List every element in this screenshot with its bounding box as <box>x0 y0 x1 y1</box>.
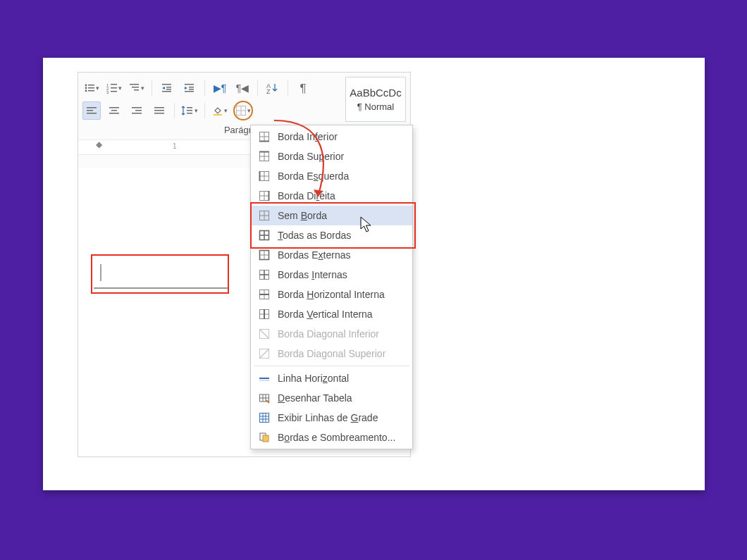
align-center-icon <box>109 105 120 116</box>
svg-rect-18 <box>162 91 171 92</box>
multilevel-list-icon <box>129 82 140 94</box>
bullets-button[interactable]: ▾ <box>82 79 101 97</box>
svg-rect-34 <box>154 107 164 108</box>
svg-rect-20 <box>189 87 194 88</box>
style-name: ¶ Normal <box>347 99 404 112</box>
svg-point-2 <box>85 87 87 89</box>
sort-button[interactable]: AZ <box>264 79 282 97</box>
rtl-button[interactable]: ¶◀ <box>233 79 252 97</box>
line-spacing-button[interactable]: ▾ <box>180 101 199 120</box>
svg-rect-29 <box>111 110 117 111</box>
svg-rect-30 <box>109 113 119 114</box>
svg-rect-17 <box>166 89 171 90</box>
menu-item: Borda Diagonal Superior <box>251 344 412 363</box>
indent-marker-icon[interactable]: ◆ <box>96 139 102 149</box>
svg-rect-15 <box>162 84 171 85</box>
align-right-icon <box>131 105 142 116</box>
multilevel-list-button[interactable]: ▾ <box>128 79 146 97</box>
svg-rect-11 <box>111 91 117 92</box>
border-bottom-icon <box>258 130 271 143</box>
borders-shading-icon <box>258 431 271 444</box>
menu-item-label: Linha Horizontal <box>278 373 349 384</box>
border-top-icon <box>258 150 271 163</box>
align-justify-button[interactable] <box>150 101 168 120</box>
svg-rect-25 <box>87 107 97 108</box>
svg-rect-14 <box>134 89 139 91</box>
align-justify-icon <box>154 105 165 116</box>
svg-rect-13 <box>132 87 139 88</box>
svg-line-83 <box>260 330 269 339</box>
menu-item-label: Borda Direita <box>278 190 335 201</box>
menu-item[interactable]: Bordas Externas <box>251 245 412 265</box>
hline-icon <box>258 372 271 385</box>
svg-rect-98 <box>263 435 268 442</box>
menu-item-label: Borda Inferior <box>278 131 338 142</box>
border-right-icon <box>258 189 271 202</box>
menu-item[interactable]: Borda Vertical Interna <box>251 304 412 324</box>
increase-indent-button[interactable] <box>180 79 199 97</box>
menu-item[interactable]: Sem Borda <box>251 206 412 225</box>
menu-item[interactable]: Borda Direita <box>251 186 412 206</box>
ltr-button[interactable]: ▶¶ <box>211 79 229 97</box>
shading-button[interactable]: ▾ <box>211 101 229 120</box>
menu-item-label: Todas as Bordas <box>278 230 351 241</box>
separator <box>288 80 288 96</box>
menu-item[interactable]: Borda Horizontal Interna <box>251 285 412 304</box>
align-right-button[interactable] <box>128 101 146 120</box>
menu-item[interactable]: Borda Inferior <box>251 127 412 147</box>
menu-item-label: Bordas Internas <box>278 269 347 280</box>
menu-item[interactable]: Borda Superior <box>251 147 412 166</box>
svg-point-0 <box>85 85 87 87</box>
svg-rect-32 <box>135 110 142 111</box>
svg-line-85 <box>260 349 269 359</box>
menu-item[interactable]: Desenhar Tabela <box>251 388 412 408</box>
svg-rect-35 <box>154 110 164 111</box>
word-window: ▾ 123 ▾ ▾ ▶¶ ¶◀ <box>78 72 411 457</box>
svg-rect-19 <box>185 84 194 85</box>
menu-item-label: Borda Vertical Interna <box>278 309 373 320</box>
svg-rect-36 <box>154 113 164 114</box>
inside-v-border-icon <box>258 308 271 321</box>
decrease-indent-icon <box>161 82 173 94</box>
decrease-indent-button[interactable] <box>158 79 176 97</box>
menu-item[interactable]: Linha Horizontal <box>251 368 412 388</box>
menu-item-label: Exibir Linhas de Grade <box>278 412 378 423</box>
svg-point-4 <box>85 90 87 92</box>
align-left-button[interactable] <box>82 101 101 120</box>
slide: ▾ 123 ▾ ▾ ▶¶ ¶◀ <box>43 58 705 490</box>
sort-icon: AZ <box>266 82 279 94</box>
menu-item[interactable]: Bordas e Sombreamento... <box>251 428 412 447</box>
increase-indent-icon <box>184 82 195 94</box>
style-gallery-normal[interactable]: AaBbCcDc ¶ Normal <box>345 77 406 122</box>
menu-item[interactable]: Todas as Bordas <box>251 225 412 245</box>
svg-rect-39 <box>187 113 192 114</box>
align-center-button[interactable] <box>105 101 123 120</box>
separator <box>204 103 205 118</box>
menu-item-label: Borda Diagonal Inferior <box>278 328 379 340</box>
menu-item[interactable]: Exibir Linhas de Grade <box>251 408 412 428</box>
no-border-icon <box>258 209 271 222</box>
svg-text:3: 3 <box>106 90 109 94</box>
menu-item[interactable]: Bordas Internas <box>251 265 412 285</box>
show-hide-button[interactable]: ¶ <box>294 79 312 97</box>
svg-rect-27 <box>87 113 97 114</box>
svg-rect-28 <box>109 107 119 108</box>
outside-borders-icon <box>258 249 271 261</box>
text-cursor-icon <box>94 260 228 295</box>
shading-icon <box>212 105 223 116</box>
diag-up-border-icon <box>258 347 271 360</box>
separator <box>174 103 175 118</box>
svg-rect-1 <box>88 85 94 86</box>
svg-rect-21 <box>189 89 194 90</box>
numbering-icon: 123 <box>106 82 118 94</box>
diag-down-border-icon <box>258 328 271 340</box>
svg-rect-5 <box>88 90 94 92</box>
menu-item[interactable]: Borda Esquerda <box>251 166 412 186</box>
inside-borders-icon <box>258 268 271 281</box>
numbering-button[interactable]: 123 ▾ <box>105 79 123 97</box>
line-spacing-icon <box>181 105 194 116</box>
menu-separator <box>254 366 409 366</box>
all-borders-icon <box>258 229 271 242</box>
borders-button[interactable]: ▾ <box>233 101 253 120</box>
svg-rect-40 <box>214 114 222 116</box>
